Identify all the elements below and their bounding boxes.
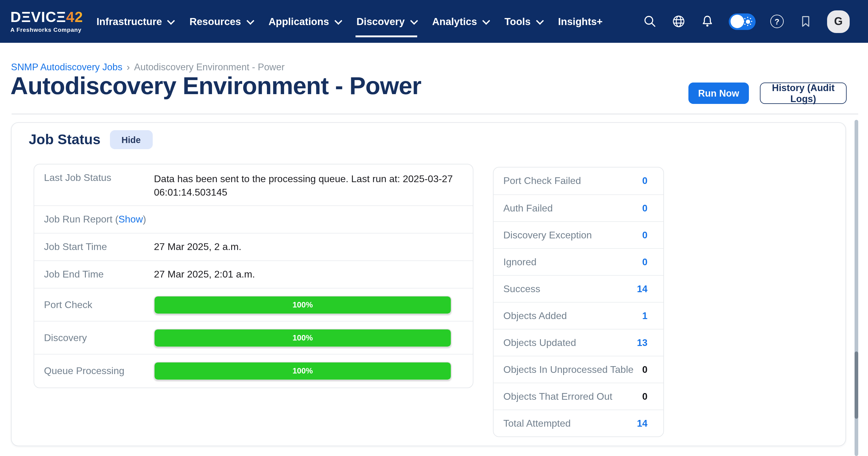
stat-value[interactable]: 0 (642, 256, 648, 267)
table-row-last-job-status: Last Job Status Data has been sent to th… (34, 165, 473, 205)
stat-value[interactable]: 0 (642, 203, 648, 213)
job-details-table: Last Job Status Data has been sent to th… (34, 164, 473, 388)
nav-item-insights[interactable]: Insights+ (558, 12, 602, 31)
user-avatar[interactable]: G (827, 10, 850, 33)
nav-item-label: Discovery (356, 16, 405, 27)
table-row-queue-processing: Queue Processing 100% (34, 354, 473, 388)
stat-value: 0 (642, 364, 648, 375)
nav-item-label: Resources (189, 16, 241, 27)
navbar-right-icons: ? G (643, 10, 868, 33)
nav-item-label: Infrastructure (96, 16, 162, 27)
stat-row-port-check-failed: Port Check Failed 0 (494, 168, 663, 194)
row-label: Port Check (34, 299, 154, 310)
stat-value[interactable]: 1 (642, 310, 648, 321)
nav-item-infrastructure[interactable]: Infrastructure (96, 12, 173, 31)
nav-item-discovery[interactable]: Discovery (356, 12, 416, 31)
stat-label: Total Attempted (503, 418, 571, 429)
stat-label: Ignored (503, 256, 537, 267)
device42-logo[interactable]: DΞVICΞ42 A Freshworks Company (10, 10, 83, 33)
stat-row-success: Success 14 (494, 275, 663, 302)
row-value: 27 Mar 2025, 2 a.m. (154, 240, 473, 254)
sun-icon (743, 17, 752, 26)
globe-icon[interactable] (671, 14, 686, 29)
header-divider (11, 114, 858, 114)
stat-label: Success (503, 283, 540, 294)
hide-button[interactable]: Hide (110, 130, 152, 149)
table-row-job-end-time: Job End Time 27 Mar 2025, 2:01 a.m. (34, 260, 473, 288)
row-label-close: ) (143, 214, 146, 224)
row-label: Job Start Time (34, 241, 154, 252)
row-label: Job Run Report (Show) (34, 214, 473, 225)
chevron-down-icon (482, 17, 490, 24)
nav-item-resources[interactable]: Resources (189, 12, 252, 31)
job-status-header: Job Status Hide (29, 130, 152, 149)
stat-label: Port Check Failed (503, 175, 581, 187)
nav-item-label: Insights+ (558, 16, 602, 27)
stat-value[interactable]: 0 (642, 230, 648, 240)
nav-item-applications[interactable]: Applications (269, 12, 340, 31)
stat-row-total-attempted: Total Attempted 14 (494, 409, 663, 436)
search-icon[interactable] (643, 14, 657, 29)
row-value: 100% (154, 362, 473, 380)
job-status-heading: Job Status (29, 132, 100, 148)
history-audit-logs-button[interactable]: History (Audit Logs) (760, 83, 847, 104)
breadcrumb-parent-link[interactable]: SNMP Autodiscovery Jobs (11, 62, 122, 72)
stat-label: Objects Added (503, 310, 567, 321)
nav-item-analytics[interactable]: Analytics (432, 12, 488, 31)
stat-label: Objects Updated (503, 337, 576, 348)
brand-wordmark: DΞVICΞ42 (10, 10, 83, 24)
brand-accent: 42 (66, 8, 83, 25)
stat-row-discovery-exception: Discovery Exception 0 (494, 221, 663, 248)
job-status-panel: Job Status Hide Last Job Status Data has… (11, 122, 846, 446)
row-value: 100% (154, 295, 473, 314)
discovery-progress-bar: 100% (154, 329, 452, 347)
stat-row-ignored: Ignored 0 (494, 248, 663, 275)
page-title: Autodiscovery Environment - Power (10, 72, 421, 99)
row-value: 100% (154, 329, 473, 347)
breadcrumb-separator: › (127, 62, 130, 72)
table-row-job-run-report: Job Run Report (Show) (34, 205, 473, 233)
stat-label: Objects In Unprocessed Table (503, 364, 633, 375)
stat-value[interactable]: 0 (642, 175, 648, 187)
row-label: Queue Processing (34, 366, 154, 376)
row-value: 27 Mar 2025, 2:01 a.m. (154, 268, 473, 281)
chevron-down-icon (167, 17, 175, 24)
nav-menu: Infrastructure Resources Applications Di… (96, 12, 602, 31)
row-label: Discovery (34, 332, 154, 343)
brand-main: DΞVICΞ (10, 8, 66, 25)
notifications-bell-icon[interactable] (700, 14, 715, 29)
scrollbar-thumb[interactable] (854, 351, 858, 419)
stat-row-objects-that-errored-out: Objects That Errored Out 0 (494, 383, 663, 409)
stat-value[interactable]: 13 (637, 337, 648, 348)
stat-label: Discovery Exception (503, 230, 592, 240)
chevron-down-icon (246, 17, 254, 24)
row-label: Job End Time (34, 269, 154, 280)
stat-row-auth-failed: Auth Failed 0 (494, 194, 663, 221)
chevron-down-icon (334, 17, 342, 24)
nav-item-label: Tools (504, 16, 531, 27)
stat-value[interactable]: 14 (637, 283, 648, 294)
show-link[interactable]: Show (119, 214, 143, 224)
toggle-knob (730, 15, 744, 28)
app-root: DΞVICΞ42 A Freshworks Company Infrastruc… (0, 0, 868, 456)
help-icon[interactable]: ? (770, 14, 784, 29)
stat-value[interactable]: 14 (637, 418, 648, 429)
run-now-button[interactable]: Run Now (688, 83, 749, 104)
nav-item-tools[interactable]: Tools (504, 12, 542, 31)
nav-item-label: Applications (269, 16, 329, 27)
progress-fill: 100% (155, 329, 451, 346)
chevron-down-icon (536, 17, 543, 24)
brand-tagline: A Freshworks Company (10, 26, 83, 33)
theme-toggle[interactable] (729, 13, 755, 30)
bookmark-icon[interactable] (798, 14, 813, 29)
progress-fill: 100% (155, 363, 451, 379)
stat-value: 0 (642, 391, 648, 402)
stat-row-objects-updated: Objects Updated 13 (494, 329, 663, 356)
header-actions: Run Now History (Audit Logs) (688, 83, 847, 104)
progress-fill: 100% (155, 296, 451, 313)
help-glyph: ? (770, 15, 784, 28)
chevron-down-icon (410, 17, 417, 24)
table-row-job-start-time: Job Start Time 27 Mar 2025, 2 a.m. (34, 233, 473, 260)
port-check-progress-bar: 100% (154, 295, 452, 314)
row-value: Data has been sent to the processing que… (154, 172, 473, 199)
